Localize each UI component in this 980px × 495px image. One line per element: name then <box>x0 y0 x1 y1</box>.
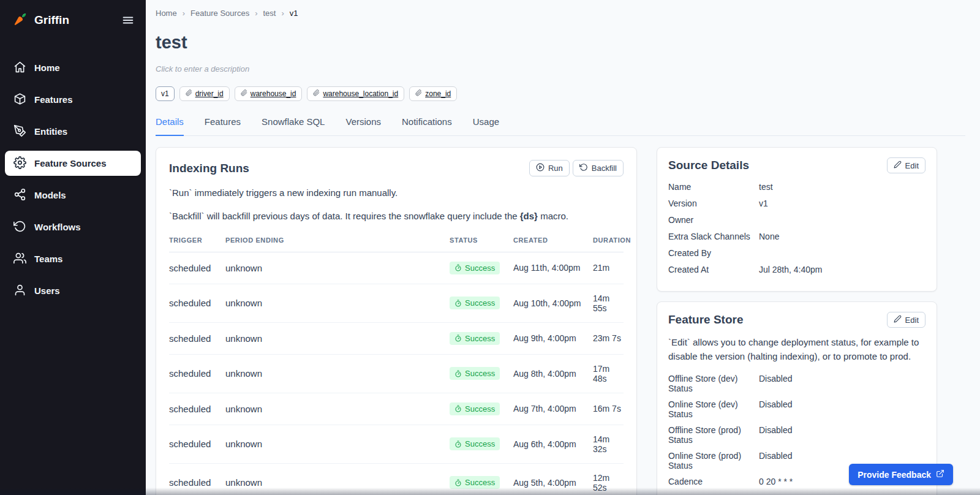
pen-nib-icon <box>13 124 26 139</box>
sidebar-item-entities[interactable]: Entities <box>5 119 141 144</box>
hamburger-menu-icon[interactable] <box>121 13 135 27</box>
detail-row: Online Store (dev) Status Disabled <box>668 396 925 422</box>
entity-tag-warehouse-id[interactable]: warehouse_id <box>235 86 303 101</box>
run-created: Aug 5th, 4:00pm <box>513 478 593 488</box>
run-help-text: `Run` immediately triggers a new indexin… <box>169 186 624 200</box>
table-row[interactable]: scheduled unknown Success Aug 5th, 4:00p… <box>169 464 624 495</box>
run-period-ending: unknown <box>225 439 450 449</box>
backfill-help-text: `Backfill` will backfill previous days o… <box>169 210 624 223</box>
brand[interactable]: Griffin <box>0 0 146 39</box>
source-details-card: Source Details Edit Name test Version v1 <box>657 147 937 292</box>
run-duration: 14m 55s <box>593 293 624 313</box>
breadcrumb-home[interactable]: Home <box>156 9 177 18</box>
detail-row: Extra Slack Channels None <box>668 230 925 247</box>
tab-notifications[interactable]: Notifications <box>402 116 452 135</box>
detail-row: Created At Jul 28th, 4:40pm <box>668 263 925 280</box>
table-row[interactable]: scheduled unknown Success Aug 7th, 4:00p… <box>169 393 624 425</box>
edit-feature-store-button[interactable]: Edit <box>887 312 925 328</box>
pencil-icon <box>894 161 902 170</box>
run-created: Aug 9th, 4:00pm <box>513 333 593 343</box>
breadcrumb-feature-sources[interactable]: Feature Sources <box>190 9 249 18</box>
tab-versions[interactable]: Versions <box>345 116 381 135</box>
run-trigger: scheduled <box>169 263 225 273</box>
run-duration: 21m <box>593 263 624 273</box>
run-created: Aug 8th, 4:00pm <box>513 369 593 379</box>
field-value: Disabled <box>759 425 925 435</box>
sidebar-nav: Home Features Entities Feature Sources M… <box>0 55 146 303</box>
run-button[interactable]: Run <box>529 160 570 176</box>
breadcrumb-version[interactable]: v1 <box>290 9 298 18</box>
table-row[interactable]: scheduled unknown Success Aug 9th, 4:00p… <box>169 323 624 355</box>
run-duration: 17m 48s <box>593 364 624 384</box>
backfill-button[interactable]: Backfill <box>573 160 624 176</box>
sidebar-item-features[interactable]: Features <box>5 87 141 112</box>
col-trigger: TRIGGER <box>169 236 225 244</box>
entity-tag-warehouse-location-id[interactable]: warehouse_location_id <box>307 86 404 101</box>
chevron-right-icon: › <box>281 9 284 18</box>
run-duration: 23m 7s <box>593 333 624 343</box>
status-badge: Success <box>450 367 500 380</box>
edit-source-details-button[interactable]: Edit <box>887 157 925 173</box>
detail-row: Created By <box>668 247 925 263</box>
indexing-runs-title: Indexing Runs <box>169 162 249 175</box>
pencil-icon <box>894 315 902 325</box>
description-placeholder[interactable]: Click to enter a description <box>156 64 965 74</box>
tag-row: v1 driver_id warehouse_id warehouse_loca… <box>156 86 965 101</box>
status-badge: Success <box>450 437 500 450</box>
sidebar-item-users[interactable]: Users <box>5 278 141 303</box>
carrot-logo-icon <box>12 11 28 29</box>
run-trigger: scheduled <box>169 333 225 344</box>
sidebar-item-models[interactable]: Models <box>5 183 141 208</box>
right-column: Source Details Edit Name test Version v1 <box>657 147 937 495</box>
version-pill[interactable]: v1 <box>156 86 175 101</box>
paperclip-icon <box>415 89 422 98</box>
run-created: Aug 10th, 4:00pm <box>513 298 593 308</box>
run-period-ending: unknown <box>225 477 450 488</box>
sidebar-item-workflows[interactable]: Workflows <box>5 214 141 240</box>
field-value: test <box>759 182 925 192</box>
table-row[interactable]: scheduled unknown Success Aug 10th, 4:00… <box>169 284 624 323</box>
field-value: Disabled <box>759 374 925 384</box>
col-created: CREATED <box>513 236 593 244</box>
sidebar-item-feature-sources[interactable]: Feature Sources <box>5 151 141 176</box>
sidebar-item-label: Features <box>34 94 73 105</box>
tab-details[interactable]: Details <box>156 116 184 136</box>
provide-feedback-button[interactable]: Provide Feedback <box>849 464 953 485</box>
sidebar-item-teams[interactable]: Teams <box>5 246 141 271</box>
field-label: Offline Store (dev) Status <box>668 374 759 393</box>
col-status: STATUS <box>450 236 513 244</box>
brand-name: Griffin <box>34 13 69 27</box>
run-duration: 12m 52s <box>593 473 624 493</box>
play-circle-icon <box>536 163 545 173</box>
entity-tag-zone-id[interactable]: zone_id <box>409 86 457 101</box>
tab-features[interactable]: Features <box>205 116 241 135</box>
sidebar-item-label: Teams <box>34 254 62 264</box>
field-label: Name <box>668 182 759 192</box>
run-period-ending: unknown <box>225 298 450 308</box>
col-duration: DURATION <box>593 236 631 244</box>
status-badge: Success <box>450 402 500 415</box>
feature-store-title: Feature Store <box>668 313 743 327</box>
run-period-ending: unknown <box>225 404 450 414</box>
field-value: Jul 28th, 4:40pm <box>759 265 925 274</box>
entity-tag-driver-id[interactable]: driver_id <box>179 86 230 101</box>
tab-snowflake-sql[interactable]: Snowflake SQL <box>262 116 325 135</box>
sidebar-item-label: Users <box>34 285 60 296</box>
cycle-icon <box>13 220 26 235</box>
feature-store-description: `Edit` allows you to change deployment s… <box>668 336 925 363</box>
field-label: Owner <box>668 215 759 225</box>
detail-row: Offline Store (prod) Status Disabled <box>668 422 925 448</box>
status-badge: Success <box>450 476 500 489</box>
table-row[interactable]: scheduled unknown Success Aug 8th, 4:00p… <box>169 355 624 393</box>
field-value: v1 <box>759 198 925 208</box>
tab-usage[interactable]: Usage <box>473 116 499 135</box>
sidebar-item-home[interactable]: Home <box>5 55 141 80</box>
breadcrumb: Home › Feature Sources › test › v1 <box>156 9 965 18</box>
table-row[interactable]: scheduled unknown Success Aug 11th, 4:00… <box>169 252 624 284</box>
main-content: Home › Feature Sources › test › v1 test … <box>146 0 980 495</box>
run-created: Aug 11th, 4:00pm <box>513 263 593 273</box>
breadcrumb-test[interactable]: test <box>263 9 276 18</box>
run-period-ending: unknown <box>225 263 450 273</box>
run-trigger: scheduled <box>169 439 225 449</box>
table-row[interactable]: scheduled unknown Success Aug 6th, 4:00p… <box>169 425 624 464</box>
